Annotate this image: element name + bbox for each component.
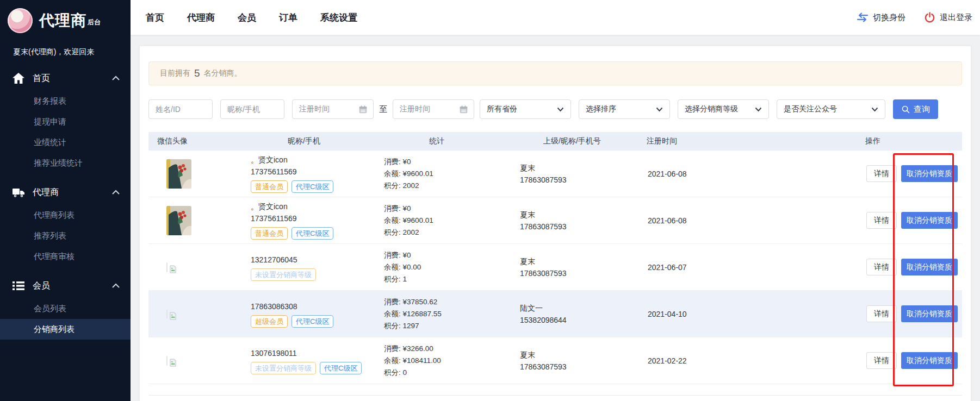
points-stat: 积分: 2002 [384, 180, 520, 192]
detail-button[interactable]: 详情 [866, 305, 897, 322]
balance-stat: 余额: ¥126887.55 [384, 308, 520, 320]
nickname-phone-input[interactable] [220, 99, 284, 119]
detail-button[interactable]: 详情 [866, 212, 897, 229]
reg-date-cell: 2021-02-22 [648, 356, 866, 365]
sidebar-group-label: 代理商 [33, 187, 59, 198]
col-header-parent: 上级/昵称/手机号 [543, 136, 647, 146]
brand-title: 代理商 后台 [39, 13, 101, 28]
follow-official-account-select[interactable]: 是否关注公众号 [777, 99, 885, 119]
parent-name: 夏末 [520, 349, 648, 361]
cancel-distribution-button[interactable]: 取消分销资质 [901, 259, 958, 275]
chevron-up-icon [112, 190, 120, 195]
sidebar-item-referral-performance-stats[interactable]: 推荐业绩统计 [0, 153, 131, 173]
parent-phone: 17863087593 [520, 221, 648, 233]
province-select-value: 所有省份 [487, 104, 517, 114]
sidebar-group-members[interactable]: 会员 [0, 273, 131, 298]
points-stat: 积分: 0 [384, 367, 520, 379]
member-level-badge: 超级会员 [251, 315, 288, 328]
main-area: 首页 代理商 会员 订单 系统设置 切换身份 [131, 0, 980, 401]
filter-bar: 注册时间 至 注册时间 [148, 99, 962, 119]
name-id-input[interactable] [148, 99, 213, 119]
actions-cell: 详情 取消分销资质 [866, 259, 962, 275]
sidebar-group-label: 首页 [33, 73, 50, 84]
brand: 代理商 后台 [0, 0, 131, 39]
chevron-up-icon [112, 283, 120, 289]
switch-identity-button[interactable]: 切换身份 [857, 12, 905, 23]
points-stat: 积分: 1 [384, 273, 520, 285]
phone-text: 17863086308 [251, 301, 384, 312]
phone-text: 13212706045 [251, 254, 384, 265]
notice-suffix: 名分销商。 [204, 68, 242, 78]
no-level-badge: 未设置分销商等级 [251, 362, 316, 374]
actions-cell: 详情 取消分销资质 [866, 352, 962, 369]
sidebar-item-distributor-list[interactable]: 分销商列表 [0, 319, 131, 340]
sidebar-item-member-list[interactable]: 会员列表 [0, 298, 131, 319]
parent-phone: 15382098644 [520, 314, 648, 326]
stats-cell: 消费: ¥0 余额: ¥9600.01 积分: 2002 [384, 156, 520, 192]
sidebar-item-referral-list[interactable]: 推荐列表 [0, 225, 131, 246]
reg-date-cell: 2021-06-08 [648, 170, 866, 178]
power-icon [924, 12, 935, 23]
cancel-distribution-button[interactable]: 取消分销资质 [901, 212, 958, 229]
calendar-icon [358, 105, 368, 114]
distributor-level-select[interactable]: 选择分销商等级 [678, 99, 769, 119]
province-select[interactable]: 所有省份 [480, 99, 571, 119]
nav-system-settings[interactable]: 系统设置 [320, 11, 357, 24]
brand-avatar [8, 8, 33, 33]
menu-group-agent: 代理商 代理商列表 推荐列表 代理商审核 [0, 180, 131, 267]
sidebar-menu: 首页 财务报表 提现申请 业绩统计 推荐业绩统计 [0, 66, 131, 340]
brand-name: 代理商 [39, 13, 86, 28]
nav-orders[interactable]: 订单 [279, 11, 297, 24]
parent-name: 夏末 [520, 209, 648, 221]
avatar-cell [157, 263, 251, 272]
sidebar-item-agent-review[interactable]: 代理商审核 [0, 246, 131, 267]
cancel-distribution-button[interactable]: 取消分销资质 [901, 305, 958, 322]
stats-cell: 消费: ¥37850.62 余额: ¥126887.55 积分: 1297 [384, 296, 520, 332]
detail-button[interactable]: 详情 [866, 259, 897, 275]
distributor-count: 5 [194, 67, 200, 79]
sidebar-group-home[interactable]: 首页 [0, 66, 131, 91]
sidebar-item-performance-stats[interactable]: 业绩统计 [0, 132, 131, 153]
nav-home[interactable]: 首页 [146, 11, 164, 24]
sidebar-item-finance-report[interactable]: 财务报表 [0, 91, 131, 111]
consume-stat: 消费: ¥0 [384, 203, 520, 215]
search-button[interactable]: 查询 [893, 99, 938, 119]
member-level-badge: 普通会员 [251, 180, 288, 193]
no-level-badge: 未设置分销商等级 [251, 268, 316, 281]
register-date-start-placeholder: 注册时间 [299, 104, 330, 114]
parent-phone: 17863087593 [520, 174, 648, 186]
notice-prefix: 目前拥有 [160, 68, 190, 78]
distributor-level-select-value: 选择分销商等级 [685, 104, 738, 114]
sidebar-item-agent-list[interactable]: 代理商列表 [0, 205, 131, 225]
parent-cell: 夏末 17863087593 [520, 162, 648, 186]
cancel-distribution-button[interactable]: 取消分销资质 [901, 352, 958, 369]
detail-button[interactable]: 详情 [866, 352, 897, 369]
agent-zone-badge: 代理C级区 [291, 315, 333, 328]
nav-agent[interactable]: 代理商 [187, 11, 215, 24]
consume-stat: 消费: ¥0 [384, 249, 520, 261]
parent-cell: 夏末 17863087593 [520, 255, 648, 279]
cancel-distribution-button[interactable]: 取消分销资质 [901, 165, 958, 182]
phone-text: 17375611569 [251, 166, 384, 177]
sort-select[interactable]: 选择排序 [579, 99, 670, 119]
sidebar-item-withdrawal-request[interactable]: 提现申请 [0, 111, 131, 132]
detail-button[interactable]: 详情 [866, 165, 897, 182]
welcome-text: 夏末(代理商)，欢迎回来 [0, 39, 131, 59]
menu-group-members: 会员 会员列表 分销商列表 [0, 273, 131, 340]
search-button-label: 查询 [914, 104, 930, 115]
col-header-reg-date: 注册时间 [647, 136, 865, 146]
content-area: 目前拥有 5 名分销商。 注册时间 [131, 35, 980, 401]
register-date-end-input[interactable]: 注册时间 [393, 99, 474, 119]
parent-name: 夏末 [520, 255, 648, 267]
logout-button[interactable]: 退出登录 [924, 12, 972, 23]
nickname-text: 。贤文icon [251, 201, 384, 212]
reg-date-cell: 2021-04-10 [648, 310, 866, 318]
col-header-stats: 统计 [429, 136, 543, 146]
consume-stat: 消费: ¥3266.00 [384, 343, 520, 355]
sidebar-group-agent[interactable]: 代理商 [0, 180, 131, 205]
chevron-down-icon [871, 107, 878, 112]
members-icon [12, 280, 25, 292]
nav-members[interactable]: 会员 [238, 11, 256, 24]
register-date-start-input[interactable]: 注册时间 [292, 99, 374, 119]
col-header-actions: 操作 [865, 136, 962, 146]
